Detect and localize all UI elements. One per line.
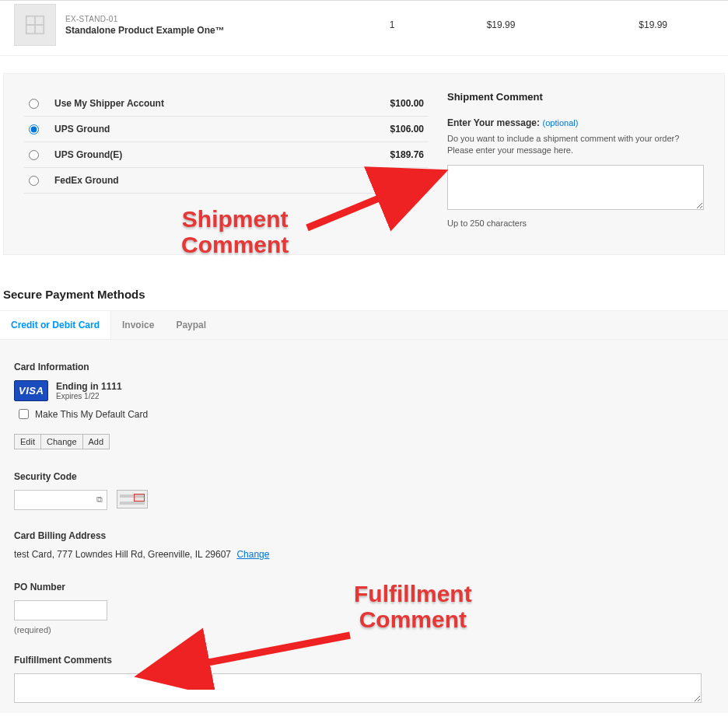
shipping-radio[interactable] bbox=[29, 99, 39, 109]
shipping-option-price: $189.76 bbox=[390, 149, 429, 160]
shipping-option-price: $233.56 bbox=[390, 175, 429, 186]
shipping-radio[interactable] bbox=[29, 124, 39, 135]
billing-address-label: Card Billing Address bbox=[14, 530, 714, 541]
product-sku: EX-STAND-01 bbox=[65, 15, 345, 23]
fulfillment-comments-textarea[interactable] bbox=[14, 673, 702, 703]
add-button[interactable]: Add bbox=[83, 435, 110, 449]
product-qty: 1 bbox=[345, 19, 439, 30]
shipping-panel: Use My Shipper Account $100.00 UPS Groun… bbox=[3, 73, 725, 255]
edit-button[interactable]: Edit bbox=[15, 435, 41, 449]
default-card-checkbox[interactable] bbox=[19, 409, 29, 419]
shipping-option[interactable]: Use My Shipper Account $100.00 bbox=[24, 91, 429, 117]
shipping-option-price: $106.00 bbox=[390, 124, 429, 135]
shipment-comment-title: Shipment Comment bbox=[447, 91, 704, 103]
shipping-option[interactable]: FedEx Ground $233.56 bbox=[24, 168, 429, 194]
shipment-comment-section: Shipment Comment Enter Your message: (op… bbox=[429, 91, 704, 228]
cvv-hint-icon bbox=[117, 490, 148, 509]
shipment-comment-subtitle: Enter Your message: bbox=[447, 117, 540, 128]
security-code-label: Security Code bbox=[14, 471, 714, 482]
card-expiry: Expires 1/22 bbox=[56, 392, 122, 400]
tab-credit-card[interactable]: Credit or Debit Card bbox=[0, 311, 111, 339]
shipping-option-label: FedEx Ground bbox=[54, 175, 390, 186]
shipment-comment-hint: Up to 250 characters bbox=[447, 218, 704, 228]
shipping-radio[interactable] bbox=[29, 176, 39, 186]
optional-label: (optional) bbox=[543, 118, 579, 128]
product-name: Standalone Product Example One™ bbox=[65, 25, 345, 36]
default-card-row[interactable]: Make This My Default Card bbox=[19, 409, 714, 420]
shipping-option[interactable]: UPS Ground $106.00 bbox=[24, 117, 429, 142]
shipping-option-label: Use My Shipper Account bbox=[54, 98, 390, 109]
product-line-total: $19.99 bbox=[563, 19, 714, 30]
product-unit-price: $19.99 bbox=[439, 19, 563, 30]
shipping-options: Use My Shipper Account $100.00 UPS Groun… bbox=[24, 91, 429, 228]
tab-invoice[interactable]: Invoice bbox=[111, 311, 165, 339]
product-row: EX-STAND-01 Standalone Product Example O… bbox=[0, 1, 728, 56]
shipping-option-price: $100.00 bbox=[390, 98, 429, 109]
card-ending: Ending in 1111 bbox=[56, 381, 122, 392]
product-thumbnail bbox=[14, 4, 56, 46]
card-button-group: Edit Change Add bbox=[14, 434, 110, 449]
card-info-label: Card Information bbox=[14, 362, 714, 372]
billing-address-text: test Card, 777 Lowndes Hill Rd, Greenvil… bbox=[14, 549, 231, 560]
shipment-comment-textarea[interactable] bbox=[447, 165, 704, 210]
shipping-option-label: UPS Ground(E) bbox=[54, 149, 390, 160]
fulfillment-comments-label: Fulfillment Comments bbox=[14, 655, 714, 666]
payment-section-title: Secure Payment Methods bbox=[0, 275, 728, 311]
default-card-label: Make This My Default Card bbox=[35, 409, 148, 420]
shipping-option[interactable]: UPS Ground(E) $189.76 bbox=[24, 142, 429, 168]
visa-badge-icon: VISA bbox=[14, 380, 48, 401]
change-button[interactable]: Change bbox=[41, 435, 83, 449]
po-required-hint: (required) bbox=[14, 625, 714, 634]
security-code-input[interactable] bbox=[14, 490, 107, 510]
shipment-comment-description: Do you want to include a shipment commen… bbox=[447, 133, 704, 157]
po-number-label: PO Number bbox=[14, 582, 714, 592]
payment-body: Card Information VISA Ending in 1111 Exp… bbox=[0, 340, 728, 713]
shipping-option-label: UPS Ground bbox=[54, 124, 390, 135]
lock-icon: ⧉ bbox=[96, 495, 103, 505]
tab-paypal[interactable]: Paypal bbox=[165, 311, 217, 339]
po-number-input[interactable] bbox=[14, 600, 107, 620]
change-address-link[interactable]: Change bbox=[236, 549, 269, 560]
payment-tabs: Credit or Debit Card Invoice Paypal bbox=[0, 311, 728, 340]
shipping-radio[interactable] bbox=[29, 150, 39, 160]
